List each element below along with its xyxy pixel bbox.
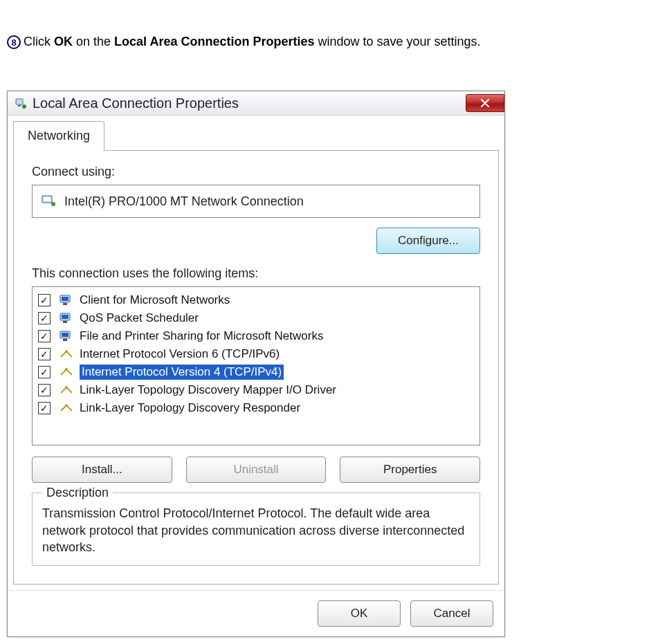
connection-items-list[interactable]: ✓Client for Microsoft Networks✓QoS Packe… bbox=[32, 286, 480, 445]
titlebar-left: Local Area Connection Properties bbox=[15, 95, 239, 111]
service-icon bbox=[59, 311, 74, 326]
checkbox[interactable]: ✓ bbox=[38, 330, 51, 342]
network-icon bbox=[15, 97, 27, 109]
cancel-button[interactable]: Cancel bbox=[410, 600, 493, 627]
list-item-label: Link-Layer Topology Discovery Responder bbox=[80, 401, 300, 415]
properties-button[interactable]: Properties bbox=[340, 457, 480, 483]
svg-rect-7 bbox=[62, 297, 68, 301]
checkbox[interactable]: ✓ bbox=[38, 402, 51, 414]
checkbox[interactable]: ✓ bbox=[38, 366, 51, 378]
list-item[interactable]: ✓Link-Layer Topology Discovery Responder bbox=[35, 399, 477, 417]
properties-dialog: Local Area Connection Properties Network… bbox=[7, 91, 505, 637]
configure-button[interactable]: Configure... bbox=[376, 228, 480, 254]
step-number-badge: 8 bbox=[7, 35, 21, 49]
instr-mid: on the bbox=[73, 35, 114, 48]
adapter-name: Intel(R) PRO/1000 MT Network Connection bbox=[64, 194, 304, 209]
list-item[interactable]: ✓Link-Layer Topology Discovery Mapper I/… bbox=[35, 381, 477, 399]
list-item-label: Link-Layer Topology Discovery Mapper I/O… bbox=[80, 383, 336, 397]
checkbox[interactable]: ✓ bbox=[38, 348, 51, 360]
svg-point-15 bbox=[65, 350, 68, 353]
list-item[interactable]: ✓QoS Packet Scheduler bbox=[35, 309, 477, 327]
items-label: This connection uses the following items… bbox=[32, 266, 480, 281]
instr-window-name: Local Area Connection Properties bbox=[114, 35, 314, 48]
list-item-label: File and Printer Sharing for Microsoft N… bbox=[80, 329, 323, 343]
adapter-icon bbox=[41, 192, 56, 210]
list-item-label: QoS Packet Scheduler bbox=[80, 311, 199, 325]
tabstrip: Networking bbox=[13, 121, 499, 151]
description-fieldset: Description Transmission Control Protoco… bbox=[32, 493, 480, 566]
dialog-body: Networking Connect using: Intel(R) PRO/1… bbox=[8, 116, 504, 590]
svg-rect-10 bbox=[62, 315, 68, 319]
description-legend: Description bbox=[42, 486, 113, 500]
protocol-icon bbox=[59, 365, 74, 380]
svg-point-5 bbox=[51, 202, 55, 206]
list-item-label: Client for Microsoft Networks bbox=[80, 293, 230, 307]
svg-point-2 bbox=[22, 104, 26, 109]
close-button[interactable] bbox=[466, 94, 504, 112]
list-item[interactable]: ✓File and Printer Sharing for Microsoft … bbox=[35, 327, 477, 345]
tab-panel: Connect using: Intel(R) PRO/1000 MT Netw… bbox=[13, 151, 499, 585]
svg-point-18 bbox=[65, 404, 68, 407]
install-button[interactable]: Install... bbox=[32, 457, 172, 483]
svg-rect-11 bbox=[63, 321, 67, 323]
connect-using-label: Connect using: bbox=[32, 165, 480, 179]
svg-rect-0 bbox=[16, 99, 23, 104]
instr-pre: Click bbox=[24, 35, 54, 48]
titlebar: Local Area Connection Properties bbox=[8, 91, 504, 116]
list-item[interactable]: ✓Client for Microsoft Networks bbox=[35, 291, 477, 309]
list-item[interactable]: ✓Internet Protocol Version 4 (TCP/IPv4) bbox=[35, 363, 477, 381]
protocol-icon bbox=[59, 347, 74, 362]
checkbox[interactable]: ✓ bbox=[38, 312, 51, 324]
dialog-title: Local Area Connection Properties bbox=[33, 95, 239, 111]
checkbox[interactable]: ✓ bbox=[38, 294, 51, 306]
service-icon bbox=[59, 329, 74, 344]
list-item-label: Internet Protocol Version 6 (TCP/IPv6) bbox=[80, 347, 280, 361]
checkbox[interactable]: ✓ bbox=[38, 384, 51, 396]
svg-rect-14 bbox=[63, 339, 67, 341]
svg-rect-13 bbox=[62, 333, 68, 337]
list-item[interactable]: ✓Internet Protocol Version 6 (TCP/IPv6) bbox=[35, 345, 477, 363]
adapter-box[interactable]: Intel(R) PRO/1000 MT Network Connection bbox=[32, 185, 480, 218]
uninstall-button: Uninstall bbox=[186, 457, 327, 483]
svg-rect-8 bbox=[63, 303, 67, 305]
svg-rect-1 bbox=[18, 105, 21, 107]
ok-button[interactable]: OK bbox=[318, 600, 401, 627]
instr-ok-word: OK bbox=[54, 35, 73, 48]
list-item-label: Internet Protocol Version 4 (TCP/IPv4) bbox=[80, 365, 284, 380]
description-text: Transmission Control Protocol/Internet P… bbox=[42, 505, 470, 555]
svg-point-17 bbox=[65, 386, 68, 389]
protocol-icon bbox=[59, 383, 74, 398]
svg-point-16 bbox=[65, 368, 68, 371]
dialog-footer: OK Cancel bbox=[8, 590, 504, 636]
service-icon bbox=[59, 293, 74, 308]
protocol-icon bbox=[59, 401, 74, 416]
instr-post: window to save your settings. bbox=[314, 35, 480, 48]
tab-networking[interactable]: Networking bbox=[13, 121, 104, 151]
svg-rect-4 bbox=[44, 197, 51, 201]
instruction-text: 8Click OK on the Local Area Connection P… bbox=[7, 35, 651, 49]
